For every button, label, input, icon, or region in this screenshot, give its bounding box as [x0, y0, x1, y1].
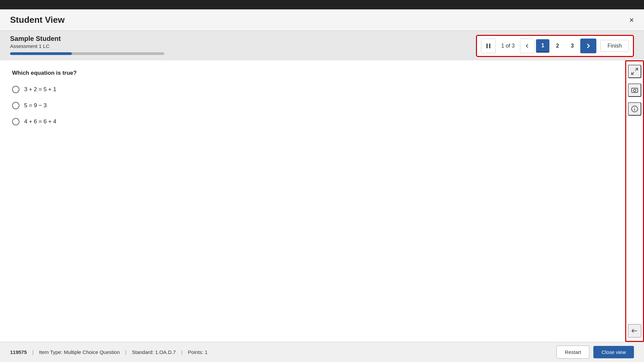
separator-1: | [31, 349, 35, 355]
answer-text-3: 4 + 6 = 6 + 4 [24, 118, 56, 125]
question-panel: Which equation is true? 3 + 2 = 5 + 1 5 … [0, 60, 625, 342]
chevron-left-icon [525, 43, 530, 49]
nav-controls: 1 of 3 1 2 3 Finish [476, 35, 634, 57]
top-bar [0, 0, 644, 9]
points: Points: 1 [188, 349, 207, 355]
radio-1[interactable] [12, 86, 19, 93]
separator-2: | [124, 349, 128, 355]
svg-point-5 [634, 89, 636, 92]
answer-option-2: 5 = 9 − 3 [12, 102, 613, 109]
svg-point-6 [636, 89, 637, 89]
info-button[interactable] [628, 102, 641, 116]
expand-button[interactable] [628, 65, 641, 78]
item-type: Item Type: Multiple Choice Question [39, 349, 120, 355]
modal-header: Student View × [0, 9, 644, 31]
next-button[interactable] [580, 39, 596, 53]
separator-3: | [180, 349, 184, 355]
collapse-icon [631, 327, 638, 335]
svg-point-9 [634, 107, 635, 108]
close-view-button[interactable]: Close view [593, 346, 634, 358]
camera-button[interactable] [628, 83, 641, 97]
footer-actions: Restart Close view [556, 346, 634, 359]
modal: Student View × Sample Student Assessment… [0, 9, 644, 362]
prev-button[interactable] [520, 39, 535, 53]
student-name: Sample Student [10, 35, 164, 43]
pause-button[interactable] [481, 39, 496, 53]
radio-3[interactable] [12, 118, 19, 125]
right-sidebar [625, 60, 644, 342]
svg-line-3 [635, 68, 638, 71]
info-icon [631, 105, 638, 113]
svg-rect-0 [486, 44, 488, 48]
svg-line-2 [632, 72, 634, 74]
restart-button[interactable]: Restart [556, 346, 589, 359]
footer: 119575 | Item Type: Multiple Choice Ques… [0, 342, 644, 362]
item-id: 119575 [10, 349, 27, 355]
camera-icon [631, 86, 638, 94]
pause-icon [485, 43, 491, 49]
answer-option-1: 3 + 2 = 5 + 1 [12, 86, 613, 93]
modal-title: Student View [10, 15, 65, 25]
footer-info: 119575 | Item Type: Multiple Choice Ques… [10, 349, 208, 355]
content-area: Which equation is true? 3 + 2 = 5 + 1 5 … [0, 60, 644, 342]
svg-rect-1 [489, 44, 490, 48]
answer-text-2: 5 = 9 − 3 [24, 102, 47, 109]
collapse-button[interactable] [628, 324, 641, 338]
answer-option-3: 4 + 6 = 6 + 4 [12, 118, 613, 125]
page-1-button[interactable]: 1 [536, 39, 549, 53]
assessment-name: Assessment 1 LC [10, 43, 164, 49]
finish-button[interactable]: Finish [600, 40, 629, 52]
chevron-right-icon [585, 43, 591, 49]
close-button[interactable]: × [629, 16, 634, 24]
student-info-left: Sample Student Assessment 1 LC [10, 35, 164, 55]
page-3-button[interactable]: 3 [566, 39, 579, 53]
standard: Standard: 1.OA.D.7 [132, 349, 176, 355]
page-counter: 1 of 3 [497, 43, 519, 49]
radio-2[interactable] [12, 102, 19, 109]
progress-bar-fill [10, 52, 72, 55]
student-info-bar: Sample Student Assessment 1 LC 1 of 3 1 [0, 31, 644, 60]
expand-icon [631, 68, 638, 75]
progress-bar-container [10, 52, 164, 55]
answer-text-1: 3 + 2 = 5 + 1 [24, 86, 56, 93]
question-text: Which equation is true? [12, 70, 613, 76]
page-2-button[interactable]: 2 [551, 39, 564, 53]
